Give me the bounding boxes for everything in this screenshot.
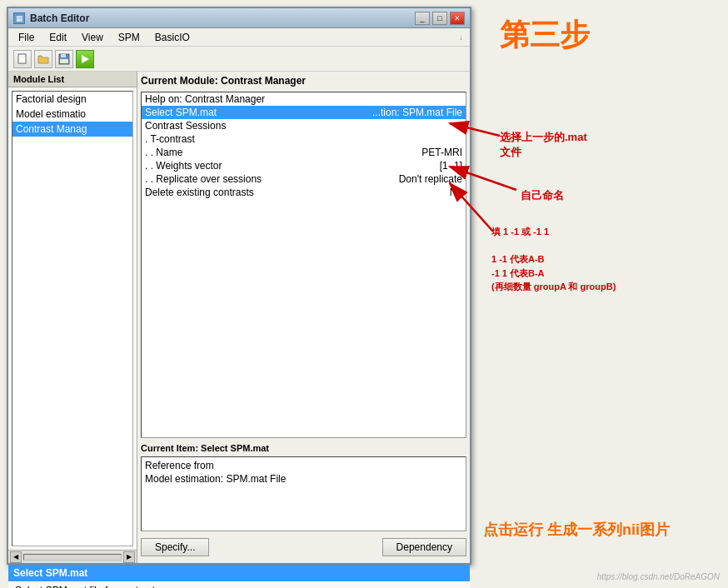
right-panel: Current Module: Contrast Manager Help on… xyxy=(137,72,470,563)
run-button[interactable] xyxy=(76,50,94,68)
title-bar: ▦ Batch Editor _ □ ✕ xyxy=(8,8,470,28)
specify-button[interactable]: Specify... xyxy=(141,538,209,556)
tree-item-weights[interactable]: . . Weights vector [1 -1] xyxy=(142,159,466,172)
svg-rect-4 xyxy=(60,59,68,63)
module-list-panel: Module List Factorial design Model estim… xyxy=(8,72,137,563)
window-icon: ▦ xyxy=(13,12,25,24)
scroll-left-button[interactable]: ◀ xyxy=(10,551,22,563)
close-button[interactable]: ✕ xyxy=(450,12,465,25)
scroll-track[interactable] xyxy=(23,554,122,561)
tree-value-weights: [1 -1] xyxy=(440,160,462,172)
menu-edit[interactable]: Edit xyxy=(42,30,73,45)
menu-basicio[interactable]: BasicIO xyxy=(148,30,197,45)
tree-item-t-contrast[interactable]: . T-contrast xyxy=(142,132,466,146)
tree-label-delete: Delete existing contrasts xyxy=(145,187,254,198)
menu-spm[interactable]: SPM xyxy=(112,30,147,45)
tree-value-delete: No xyxy=(450,187,462,198)
annotation-naming: 自己命名 xyxy=(521,188,564,203)
minimize-button[interactable]: _ xyxy=(415,12,430,25)
dependency-button[interactable]: Dependency xyxy=(382,538,466,556)
tree-item-select-spm[interactable]: Select SPM.mat ...tion: SPM.mat File xyxy=(142,106,466,119)
tree-item-replicate[interactable]: . . Replicate over sessions Don't replic… xyxy=(142,172,466,186)
info-panel: Select SPM.mat Select SPM.mat file for c… xyxy=(8,563,470,588)
reference-item-model[interactable]: Model estimation: SPM.mat File xyxy=(145,472,462,486)
batch-editor-window: ▦ Batch Editor _ □ ✕ File Edit View SPM … xyxy=(7,7,471,565)
window-title: Batch Editor xyxy=(30,12,415,24)
module-list-header: Module List xyxy=(8,72,137,87)
current-item-label: Current Item: Select SPM.mat xyxy=(141,443,466,453)
open-button[interactable] xyxy=(34,50,52,68)
website-text: https://blog.csdn.net/DoReAGON xyxy=(597,572,720,581)
tree-label-help: Help on: Contrast Manager xyxy=(145,93,265,105)
current-module-label: Current Module: Contrast Manager xyxy=(141,75,466,87)
menu-bar: File Edit View SPM BasicIO ↓ xyxy=(8,28,470,47)
tree-item-help[interactable]: Help on: Contrast Manager xyxy=(142,92,466,106)
svg-rect-3 xyxy=(61,54,66,57)
tree-value-name: PET-MRI xyxy=(421,147,462,158)
scroll-right-button[interactable]: ▶ xyxy=(123,551,135,563)
reference-panel[interactable]: Reference from Model estimation: SPM.mat… xyxy=(141,456,466,531)
tree-label-replicate: . . Replicate over sessions xyxy=(145,173,262,185)
save-button[interactable] xyxy=(55,50,73,68)
svg-rect-0 xyxy=(18,54,26,63)
tree-value-select-spm: ...tion: SPM.mat File xyxy=(372,107,462,118)
tree-label-name: . . Name xyxy=(145,147,182,158)
reference-item-from[interactable]: Reference from xyxy=(145,459,462,472)
step-title: 第三步 xyxy=(500,15,590,56)
maximize-button[interactable]: □ xyxy=(432,12,447,25)
module-list[interactable]: Factorial design Model estimatio Contras… xyxy=(12,91,133,546)
info-content: Select SPM.mat file for contrasts. xyxy=(8,581,470,588)
module-tree-panel[interactable]: Help on: Contrast Manager Select SPM.mat… xyxy=(141,92,466,438)
tree-label-weights: . . Weights vector xyxy=(145,160,222,172)
info-header: Select SPM.mat xyxy=(8,565,470,581)
tree-item-delete[interactable]: Delete existing contrasts No xyxy=(142,186,466,199)
annotation-area: 第三步 选择上一步的.mat文件 自己命名 填 1 -1 或 -1 1 1 -1… xyxy=(475,7,725,565)
menu-file[interactable]: File xyxy=(12,30,41,45)
menu-view[interactable]: View xyxy=(75,30,110,45)
tree-label-select-spm: Select SPM.mat xyxy=(145,107,217,118)
bottom-annotation: 点击运行 生成一系列nii图片 xyxy=(483,521,670,540)
module-item-factorial[interactable]: Factorial design xyxy=(12,92,132,107)
tree-label-contrast-sessions: Contrast Sessions xyxy=(145,120,226,132)
main-content: Module List Factorial design Model estim… xyxy=(8,72,470,563)
svg-marker-5 xyxy=(82,55,89,63)
tree-item-contrast-sessions[interactable]: Contrast Sessions xyxy=(142,119,466,132)
module-item-model[interactable]: Model estimatio xyxy=(12,107,132,122)
tree-item-name[interactable]: . . Name PET-MRI xyxy=(142,146,466,159)
bottom-buttons: Specify... Dependency xyxy=(141,535,466,560)
menu-separator: ↓ xyxy=(459,32,466,42)
module-item-contrast[interactable]: Contrast Manag xyxy=(12,122,132,137)
annotation-weights: 填 1 -1 或 -1 1 1 -1 代表A-B -1 1 代表B-A (再细数… xyxy=(491,225,616,294)
window-controls: _ □ ✕ xyxy=(415,12,465,25)
annotation-mat-file: 选择上一步的.mat文件 xyxy=(500,130,587,160)
new-button[interactable] xyxy=(13,50,32,68)
tree-label-t-contrast: . T-contrast xyxy=(145,133,195,145)
module-list-scrollbar: ◀ ▶ xyxy=(8,550,137,563)
toolbar xyxy=(8,47,470,72)
tree-value-replicate: Don't replicate xyxy=(399,173,462,185)
